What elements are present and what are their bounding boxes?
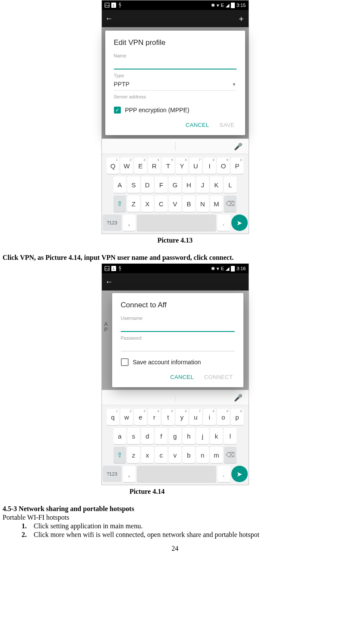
mic-icon[interactable]: 🎤	[234, 394, 243, 402]
shift-key[interactable]: ⇧	[114, 447, 126, 463]
key-n[interactable]: N	[196, 196, 209, 212]
key-l[interactable]: L	[224, 177, 236, 193]
key-u[interactable]: u7	[189, 409, 202, 425]
period-key[interactable]: .	[218, 215, 230, 231]
key-d[interactable]: d	[141, 428, 154, 444]
key-x[interactable]: X	[141, 196, 154, 212]
backspace-key[interactable]: ⌫	[224, 196, 236, 212]
add-icon[interactable]: ＋	[237, 13, 245, 24]
key-g[interactable]: G	[169, 177, 181, 193]
key-x[interactable]: x	[141, 447, 154, 463]
key-l[interactable]: l	[224, 428, 236, 444]
shift-key[interactable]: ⇧	[114, 196, 126, 212]
space-key[interactable]	[137, 215, 216, 231]
keyboard: Q1W2E3R4T5Y6U7I8O9P0 ASDFGHJKL ⇧ ZXCVBNM…	[102, 154, 249, 234]
key-z[interactable]: z	[127, 447, 140, 463]
type-select[interactable]: PPTP ▼	[114, 78, 236, 91]
name-label: Name	[114, 53, 236, 58]
symbols-key[interactable]: ?123	[103, 466, 122, 482]
save-button[interactable]: SAVE	[220, 122, 235, 128]
go-key[interactable]: ➤	[231, 215, 248, 231]
name-input[interactable]	[114, 58, 236, 69]
space-key[interactable]	[137, 466, 216, 482]
key-b[interactable]: b	[183, 447, 195, 463]
bluetooth-icon: ✱	[211, 266, 215, 271]
symbols-key[interactable]: ?123	[103, 215, 122, 231]
key-z[interactable]: Z	[127, 196, 140, 212]
key-r[interactable]: R4	[148, 158, 161, 174]
key-y[interactable]: Y6	[176, 158, 188, 174]
wifi-icon: ▾	[217, 266, 219, 271]
key-p[interactable]: p0	[231, 409, 243, 425]
key-a[interactable]: A	[114, 177, 126, 193]
key-e[interactable]: e3	[134, 409, 147, 425]
key-y[interactable]: y6	[176, 409, 188, 425]
app-bar: ←	[102, 273, 249, 290]
suggestion-bar: 🎤	[102, 390, 249, 405]
server-label: Server address	[114, 94, 236, 99]
key-t[interactable]: t5	[162, 409, 174, 425]
key-g[interactable]: g	[169, 428, 181, 444]
key-j[interactable]: J	[196, 177, 209, 193]
key-e[interactable]: E3	[134, 158, 147, 174]
cancel-button[interactable]: CANCEL	[170, 374, 194, 380]
backspace-key[interactable]: ⌫	[224, 447, 236, 463]
list-item: 1.Click setting application in main menu…	[22, 522, 350, 530]
comma-key[interactable]: ,	[123, 215, 136, 231]
dropdown-icon: ▼	[232, 82, 236, 87]
comma-key[interactable]: ,	[123, 466, 136, 482]
keyboard: q1w2e3r4t5y6u7i8o9p0 asdfghjkl ⇧ zxcvbnm…	[102, 405, 249, 485]
status-bar: 1 ✱ ▾ E ◢ 3:15	[102, 0, 249, 10]
key-c[interactable]: c	[155, 447, 167, 463]
key-k[interactable]: k	[210, 428, 223, 444]
key-f[interactable]: f	[155, 428, 167, 444]
suggestion-bar: 🎤	[102, 139, 249, 154]
mic-icon[interactable]: 🎤	[234, 142, 243, 151]
key-b[interactable]: B	[183, 196, 195, 212]
go-key[interactable]: ➤	[231, 466, 248, 482]
key-p[interactable]: P0	[231, 158, 243, 174]
network-type: E	[221, 266, 224, 271]
key-s[interactable]: S	[127, 177, 140, 193]
key-o[interactable]: O9	[217, 158, 230, 174]
key-q[interactable]: Q1	[107, 158, 119, 174]
key-j[interactable]: j	[196, 428, 209, 444]
key-i[interactable]: I8	[203, 158, 216, 174]
image-icon	[104, 266, 110, 271]
checkbox-empty-icon	[121, 358, 129, 366]
connect-button[interactable]: CONNECT	[204, 374, 233, 380]
key-o[interactable]: o9	[217, 409, 230, 425]
key-w[interactable]: W2	[120, 158, 133, 174]
key-h[interactable]: H	[183, 177, 195, 193]
ppp-checkbox-row[interactable]: ✓ PPP encryption (MPPE)	[114, 106, 236, 114]
key-a[interactable]: a	[114, 428, 126, 444]
key-n[interactable]: n	[196, 447, 209, 463]
key-r[interactable]: r4	[148, 409, 161, 425]
username-input[interactable]	[121, 321, 235, 332]
vpn-instruction: Click VPN, as Picture 4.14, input VPN us…	[0, 254, 350, 262]
key-q[interactable]: q1	[107, 409, 119, 425]
key-k[interactable]: K	[210, 177, 223, 193]
screenshot-connect-vpn: 1 ✱ ▾ E ◢ 3:16 ← A P Connect to Aff User…	[101, 263, 249, 485]
period-key[interactable]: .	[218, 466, 230, 482]
password-input[interactable]	[121, 341, 235, 351]
key-u[interactable]: U7	[189, 158, 202, 174]
key-h[interactable]: h	[183, 428, 195, 444]
save-info-checkbox-row[interactable]: Save account information	[121, 358, 235, 366]
cancel-button[interactable]: CANCEL	[186, 122, 209, 128]
key-s[interactable]: s	[127, 428, 140, 444]
key-c[interactable]: C	[155, 196, 167, 212]
key-f[interactable]: F	[155, 177, 167, 193]
key-v[interactable]: v	[169, 447, 181, 463]
back-icon[interactable]: ←	[105, 278, 113, 287]
key-w[interactable]: w2	[120, 409, 133, 425]
usb-icon	[118, 3, 122, 8]
key-v[interactable]: V	[169, 196, 181, 212]
key-i[interactable]: i8	[203, 409, 216, 425]
key-m[interactable]: m	[210, 447, 223, 463]
key-d[interactable]: D	[141, 177, 154, 193]
key-m[interactable]: M	[210, 196, 223, 212]
key-t[interactable]: T5	[162, 158, 174, 174]
type-label: Type	[114, 73, 236, 78]
back-icon[interactable]: ←	[105, 14, 113, 23]
